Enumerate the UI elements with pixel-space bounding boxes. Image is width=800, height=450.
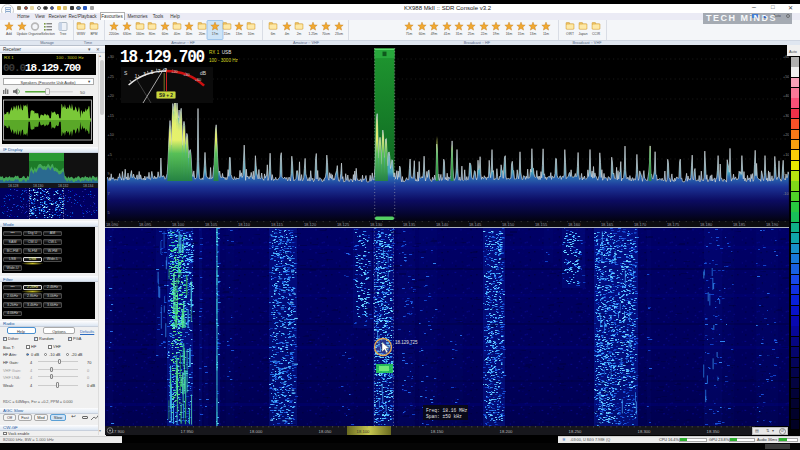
svg-text:18.100: 18.100 [357, 429, 370, 434]
svg-text:7: 7 [158, 69, 161, 74]
svg-text:18.050: 18.050 [319, 429, 332, 434]
svg-text:+20: +20 [108, 94, 114, 98]
svg-text:+10: +10 [108, 133, 114, 137]
svg-text:+40: +40 [183, 72, 190, 77]
svg-text:18.350: 18.350 [707, 429, 720, 434]
svg-text:+5: +5 [108, 153, 112, 157]
svg-text:17.900: 17.900 [112, 429, 125, 434]
svg-text:9: 9 [164, 68, 167, 73]
svg-text:dB: dB [200, 70, 207, 76]
svg-text:18.130: 18.130 [33, 184, 43, 188]
svg-text:18.300: 18.300 [638, 429, 651, 434]
svg-text:+30: +30 [108, 55, 114, 59]
svg-text:17.950: 17.950 [181, 429, 194, 434]
svg-text:+60: +60 [195, 77, 202, 82]
svg-text:18.129.725: 18.129.725 [395, 340, 418, 345]
svg-text:7: 7 [108, 192, 110, 196]
svg-text:9: 9 [108, 172, 110, 176]
svg-text:50: 50 [80, 90, 85, 95]
svg-text:5: 5 [151, 70, 154, 75]
svg-text:18.250: 18.250 [569, 429, 582, 434]
svg-text:Span: ±50 kHz: Span: ±50 kHz [426, 414, 462, 419]
svg-text:18.150: 18.150 [431, 429, 444, 434]
svg-text:18.000: 18.000 [250, 429, 263, 434]
svg-text:+25: +25 [108, 75, 114, 79]
svg-text:Freq: 18.16 MHz: Freq: 18.16 MHz [426, 408, 468, 413]
svg-text:5: 5 [108, 211, 110, 215]
svg-text:18.132: 18.132 [58, 184, 68, 188]
svg-text:-10: -10 [783, 192, 789, 196]
svg-text:0: 0 [783, 172, 785, 176]
svg-text:+15: +15 [108, 114, 114, 118]
svg-text:18.200: 18.200 [500, 429, 513, 434]
svg-text:18.128: 18.128 [8, 184, 18, 188]
svg-text:18.134: 18.134 [83, 184, 93, 188]
svg-text:3: 3 [143, 72, 146, 77]
svg-text:S9 + 2: S9 + 2 [159, 93, 173, 98]
svg-text:1: 1 [135, 74, 138, 79]
